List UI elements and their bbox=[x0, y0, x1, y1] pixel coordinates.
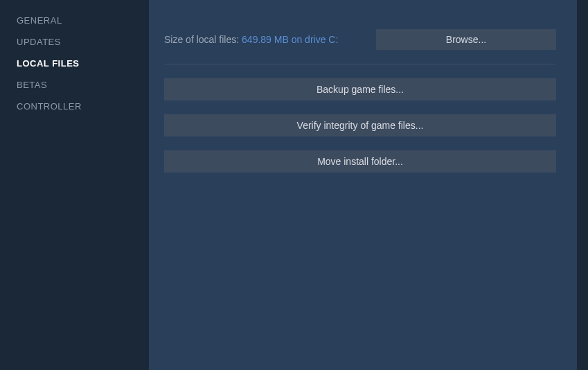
sidebar-item-betas[interactable]: BETAS bbox=[17, 74, 149, 96]
verify-button[interactable]: Verify integrity of game files... bbox=[164, 114, 556, 136]
size-value-link[interactable]: 649.89 MB on drive C: bbox=[242, 34, 338, 45]
content-panel: Size of local files: 649.89 MB on drive … bbox=[149, 0, 577, 370]
move-button[interactable]: Move install folder... bbox=[164, 150, 556, 173]
sidebar: GENERAL UPDATES LOCAL FILES BETAS CONTRO… bbox=[0, 0, 149, 370]
divider bbox=[164, 64, 556, 64]
backup-button[interactable]: Backup game files... bbox=[164, 78, 556, 100]
sidebar-item-general[interactable]: GENERAL bbox=[17, 10, 149, 31]
sidebar-item-controller[interactable]: CONTROLLER bbox=[17, 96, 149, 117]
browse-button[interactable]: Browse... bbox=[376, 29, 556, 50]
size-label: Size of local files: bbox=[164, 34, 242, 45]
sidebar-item-local-files[interactable]: LOCAL FILES bbox=[17, 53, 149, 74]
size-row: Size of local files: 649.89 MB on drive … bbox=[164, 29, 556, 50]
sidebar-item-updates[interactable]: UPDATES bbox=[17, 31, 149, 53]
